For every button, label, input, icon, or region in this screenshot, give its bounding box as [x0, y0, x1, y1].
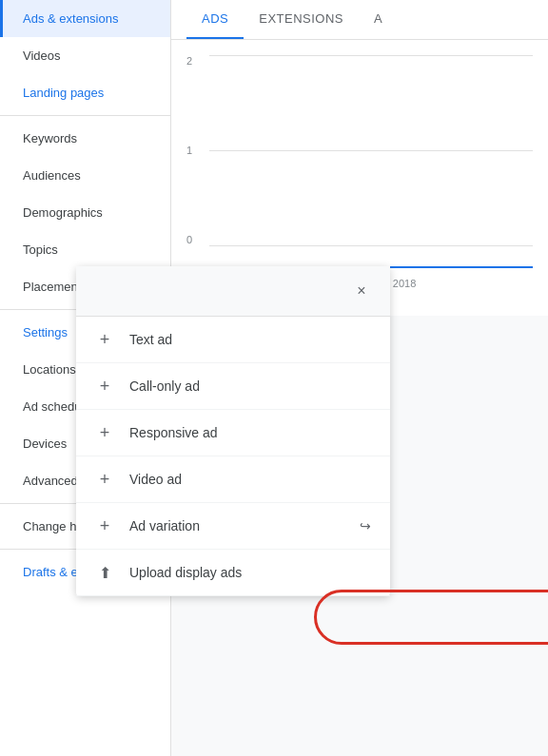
grid-line-bottom	[209, 245, 533, 246]
close-icon: ×	[357, 282, 365, 300]
modal-item-label: Responsive ad	[129, 425, 218, 440]
y-axis: 2 1 0	[186, 55, 192, 245]
sidebar-item-label: Videos	[23, 48, 61, 63]
y-label-0: 0	[186, 234, 192, 245]
modal-item-label: Upload display ads	[129, 565, 242, 580]
modal-item-text-ad[interactable]: + Text ad	[76, 317, 390, 363]
share-icon: ↪	[360, 518, 371, 533]
plus-icon-call-only: +	[95, 377, 114, 396]
sidebar-item-topics[interactable]: Topics	[0, 231, 170, 268]
sidebar-item-label: Settings	[23, 325, 68, 339]
sidebar-item-landing-pages[interactable]: Landing pages	[0, 74, 170, 111]
modal-close-button[interactable]: ×	[348, 278, 375, 304]
modal-item-label: Text ad	[129, 332, 172, 347]
grid-line-top	[209, 55, 533, 56]
plus-icon-video: +	[95, 470, 114, 489]
main-content: ADS EXTENSIONS A 2 1 0 Aug 2, 2018 ×	[171, 0, 548, 756]
modal-item-label: Ad variation	[129, 518, 200, 533]
sidebar-item-label: Keywords	[23, 131, 77, 145]
tab-more-label: A	[374, 11, 382, 26]
tab-extensions[interactable]: EXTENSIONS	[244, 0, 359, 39]
modal-header: ×	[76, 266, 390, 317]
red-circle-annotation	[314, 590, 548, 645]
modal-item-upload-display-ads[interactable]: ⬆ Upload display ads	[76, 550, 390, 596]
sidebar-item-audiences[interactable]: Audiences	[0, 157, 170, 194]
sidebar-item-videos[interactable]: Videos	[0, 37, 170, 74]
plus-icon-text-ad: +	[95, 330, 114, 349]
sidebar-item-label: Landing pages	[23, 86, 104, 100]
modal-item-ad-variation[interactable]: + Ad variation ↪	[76, 503, 390, 550]
upload-icon: ⬆	[95, 563, 114, 582]
tabs-bar: ADS EXTENSIONS A	[171, 0, 548, 40]
tab-ads[interactable]: ADS	[186, 0, 244, 39]
plus-icon-responsive: +	[95, 423, 114, 442]
y-label-1: 1	[186, 145, 192, 156]
modal-item-label: Video ad	[129, 472, 182, 487]
sidebar-item-label: Audiences	[23, 168, 81, 183]
sidebar-item-label: Demographics	[23, 205, 103, 220]
tab-extensions-label: EXTENSIONS	[259, 11, 343, 26]
sidebar-item-ads-extensions[interactable]: Ads & extensions	[0, 0, 170, 37]
chart-grid-lines	[209, 55, 533, 245]
sidebar-item-label: Devices	[23, 436, 67, 451]
sidebar-item-label: Ads & extensions	[23, 11, 118, 26]
sidebar-item-keywords[interactable]: Keywords	[0, 120, 170, 157]
sidebar-item-label: Locations	[23, 362, 76, 377]
modal-item-video-ad[interactable]: + Video ad	[76, 456, 390, 503]
modal-item-responsive-ad[interactable]: + Responsive ad	[76, 410, 390, 456]
y-label-2: 2	[186, 55, 192, 67]
tab-more[interactable]: A	[359, 0, 398, 39]
sidebar-item-label: Topics	[23, 242, 58, 257]
plus-icon-ad-variation: +	[95, 516, 114, 535]
tab-ads-label: ADS	[202, 11, 228, 26]
sidebar-divider-1	[0, 115, 170, 116]
add-ad-modal: × + Text ad + Call-only ad + Responsive …	[76, 266, 390, 596]
modal-item-label: Call-only ad	[129, 378, 200, 394]
sidebar-item-demographics[interactable]: Demographics	[0, 194, 170, 231]
grid-line-mid	[209, 150, 533, 151]
modal-item-call-only-ad[interactable]: + Call-only ad	[76, 363, 390, 410]
